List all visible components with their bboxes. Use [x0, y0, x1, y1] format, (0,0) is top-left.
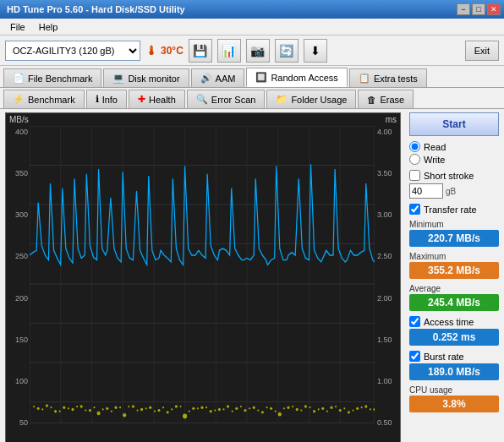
short-stroke-section: Short stroke gB	[409, 170, 499, 199]
access-time-value: 0.252 ms	[409, 329, 499, 346]
svg-point-95	[326, 411, 328, 412]
toolbar-btn-3[interactable]: 📷	[246, 39, 270, 63]
svg-point-50	[287, 407, 289, 409]
svg-point-36	[167, 411, 169, 413]
temperature-value: 30°C	[161, 45, 184, 57]
exit-button[interactable]: Exit	[465, 41, 499, 61]
tab-extra-tests[interactable]: 📋 Extra tests	[349, 68, 427, 87]
aam-icon: 🔊	[200, 73, 212, 84]
tab-erase[interactable]: 🗑 Erase	[358, 90, 414, 108]
write-label: Write	[424, 155, 445, 165]
y-label-right: ms	[386, 115, 397, 124]
svg-point-61	[33, 406, 35, 407]
transfer-rate-section: Transfer rate	[409, 204, 499, 215]
svg-point-80	[197, 407, 199, 409]
write-radio[interactable]	[409, 154, 420, 165]
access-time-section: Access time 0.252 ms	[409, 316, 499, 346]
svg-point-28	[97, 412, 101, 416]
tabs-row-2: ⚡ Benchmark ℹ Info ✚ Health 🔍 Error Scan…	[0, 88, 504, 109]
svg-point-64	[59, 411, 61, 412]
svg-point-83	[222, 408, 224, 410]
svg-point-68	[93, 407, 95, 408]
minimum-label: Minimum	[409, 220, 499, 229]
toolbar-btn-5[interactable]: ⬇	[304, 39, 327, 63]
error-scan-icon: 🔍	[196, 94, 208, 105]
tab-health[interactable]: ✚ Health	[129, 90, 185, 108]
erase-icon: 🗑	[367, 95, 376, 105]
access-time-text: Access time	[424, 317, 474, 327]
menu-help[interactable]: Help	[32, 20, 65, 34]
svg-point-29	[106, 407, 108, 410]
read-radio[interactable]	[409, 141, 420, 152]
svg-point-74	[145, 407, 147, 409]
svg-point-30	[114, 407, 117, 409]
tab-aam[interactable]: 🔊 AAM	[191, 68, 245, 87]
info-icon: ℹ	[96, 94, 99, 105]
svg-point-58	[356, 407, 359, 410]
minimize-button[interactable]: −	[457, 3, 470, 15]
svg-point-75	[154, 411, 156, 412]
short-stroke-label[interactable]: Short stroke	[409, 170, 499, 181]
maximum-label: Maximum	[409, 252, 499, 261]
svg-point-92	[300, 409, 302, 411]
svg-point-69	[102, 408, 104, 410]
cpu-usage-value: 3.8%	[409, 396, 499, 412]
burst-rate-checkbox-label[interactable]: Burst rate	[409, 351, 499, 362]
short-stroke-checkbox[interactable]	[409, 170, 420, 181]
tab-disk-monitor[interactable]: 💻 Disk monitor	[103, 68, 189, 87]
svg-point-90	[283, 407, 285, 409]
tab-file-benchmark[interactable]: 📄 File Benchmark	[3, 68, 101, 87]
access-time-checkbox[interactable]	[409, 316, 420, 327]
svg-point-32	[132, 405, 134, 407]
write-radio-label[interactable]: Write	[409, 154, 499, 165]
svg-point-89	[275, 411, 277, 412]
burst-rate-value: 189.0 MB/s	[409, 363, 499, 380]
svg-point-65	[68, 407, 69, 409]
toolbar: OCZ-AGILITY3 (120 gB) 🌡 30°C 💾 📊 📷 🔄 ⬇ E…	[0, 35, 504, 66]
svg-point-87	[257, 409, 259, 411]
tab-folder-usage[interactable]: 📁 Folder Usage	[266, 90, 356, 108]
svg-point-94	[318, 408, 320, 410]
svg-point-41	[210, 410, 212, 412]
svg-point-46	[253, 407, 255, 409]
toolbar-btn-1[interactable]: 💾	[189, 39, 212, 63]
window-title: HD Tune Pro 5.60 - Hard Disk/SSD Utility	[7, 4, 185, 14]
short-stroke-spinbox[interactable]	[409, 183, 443, 199]
svg-point-60	[373, 408, 375, 411]
access-time-checkbox-label[interactable]: Access time	[409, 316, 499, 327]
svg-point-40	[200, 407, 203, 409]
short-stroke-text: Short stroke	[424, 171, 474, 181]
tab-error-scan[interactable]: 🔍 Error Scan	[187, 90, 266, 108]
temperature-display: 🌡 30°C	[145, 44, 184, 57]
start-button[interactable]: Start	[409, 112, 499, 136]
maximum-value: 355.2 MB/s	[409, 262, 499, 279]
svg-point-42	[218, 408, 221, 411]
svg-point-21	[37, 407, 40, 410]
toolbar-btn-4[interactable]: 🔄	[275, 39, 299, 63]
transfer-rate-checkbox-label[interactable]: Transfer rate	[409, 204, 499, 215]
svg-point-43	[227, 405, 229, 407]
svg-point-53	[313, 410, 315, 412]
burst-rate-section: Burst rate 189.0 MB/s	[409, 351, 499, 380]
maximize-button[interactable]: □	[472, 3, 485, 15]
burst-rate-checkbox[interactable]	[409, 351, 420, 362]
svg-point-49	[278, 412, 282, 417]
svg-point-96	[335, 406, 337, 407]
minimum-stat: Minimum 220.7 MB/s	[409, 220, 499, 247]
toolbar-btn-2[interactable]: 📊	[217, 39, 241, 63]
read-radio-label[interactable]: Read	[409, 141, 499, 152]
tab-info[interactable]: ℹ Info	[86, 90, 127, 108]
transfer-rate-checkbox[interactable]	[409, 204, 420, 215]
close-button[interactable]: ✕	[487, 3, 501, 15]
average-value: 245.4 MB/s	[409, 294, 499, 311]
svg-point-93	[309, 407, 310, 408]
drive-select[interactable]: OCZ-AGILITY3 (120 gB)	[5, 41, 140, 61]
tab-benchmark[interactable]: ⚡ Benchmark	[3, 90, 85, 108]
menu-file[interactable]: File	[3, 20, 32, 34]
read-write-group: Read Write	[409, 141, 499, 165]
svg-point-31	[123, 413, 126, 417]
gb-unit: gB	[446, 187, 456, 196]
read-label: Read	[424, 142, 446, 152]
svg-point-99	[361, 407, 363, 408]
tab-random-access[interactable]: 🔲 Random Access	[246, 68, 347, 87]
